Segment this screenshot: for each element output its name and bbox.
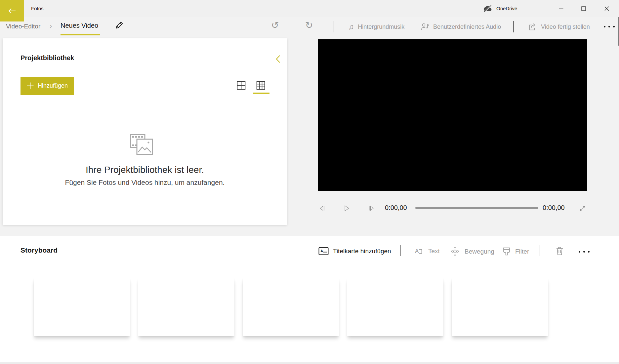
video-preview: [318, 39, 587, 191]
more-icon: [604, 26, 605, 27]
selected-view-underline: [253, 93, 269, 94]
finish-video-label: Video fertig stellen: [541, 23, 590, 30]
title-bar: Fotos OneDrive: [0, 0, 619, 17]
play-button[interactable]: [341, 202, 352, 214]
minimize-icon: [559, 6, 563, 11]
motion-label: Bewegung: [465, 248, 494, 255]
redo-icon: ↻: [305, 20, 313, 30]
maximize-icon: [581, 6, 586, 11]
expand-diagonal-icon: [579, 204, 587, 213]
delete-button[interactable]: [555, 246, 564, 256]
toolbar-divider: [513, 21, 514, 32]
view-small-grid-button[interactable]: [254, 79, 267, 92]
filter-label: Filter: [515, 248, 529, 255]
custom-audio-label: Benutzerdefiniertes Audio: [433, 23, 501, 30]
current-time: 0:00,00: [385, 204, 407, 212]
empty-library-title: Ihre Projektbibliothek ist leer.: [3, 165, 287, 175]
project-title[interactable]: Neues Video: [61, 22, 98, 29]
storyboard-divider: [540, 245, 540, 256]
undo-icon: ↺: [271, 20, 279, 30]
trash-icon: [555, 246, 564, 256]
custom-audio-button[interactable]: Benutzerdefiniertes Audio: [421, 20, 501, 33]
storyboard-section: Storyboard A Titelkarte hinzufügen A Tex…: [0, 236, 619, 364]
storyboard-card[interactable]: [34, 278, 130, 336]
storyboard-card[interactable]: [138, 278, 234, 336]
photos-video-editor-window: Fotos OneDrive: [0, 0, 619, 364]
library-title: Projektbibliothek: [21, 54, 74, 62]
next-frame-button[interactable]: [365, 202, 377, 214]
view-large-grid-button[interactable]: [234, 79, 248, 92]
add-title-card-button[interactable]: A Titelkarte hinzufügen: [318, 247, 391, 256]
more-icon: [579, 251, 580, 253]
toolbar-divider: [334, 21, 334, 32]
person-audio-icon: [421, 22, 429, 31]
back-button[interactable]: [0, 0, 24, 21]
add-title-card-label: Titelkarte hinzufügen: [333, 248, 391, 255]
filter-button[interactable]: Filter: [502, 247, 529, 256]
storyboard-card[interactable]: [243, 278, 339, 336]
more-options-button[interactable]: [602, 23, 617, 30]
title-card-icon: A: [318, 247, 329, 256]
motion-button[interactable]: Bewegung: [450, 247, 494, 256]
collapse-panel-button[interactable]: [272, 53, 284, 65]
text-label: Text: [428, 248, 440, 255]
pencil-icon: [114, 21, 124, 31]
filter-icon: [502, 247, 511, 256]
storyboard-cards: [34, 278, 548, 336]
rename-project-button[interactable]: [112, 20, 126, 31]
storyboard-card[interactable]: [347, 278, 443, 336]
cloud-offline-icon: [483, 5, 493, 13]
redo-button[interactable]: ↻: [303, 20, 315, 30]
project-title-underline: [61, 34, 100, 35]
onedrive-label: OneDrive: [496, 6, 517, 11]
add-media-button[interactable]: Hinzufügen: [21, 77, 74, 95]
text-button[interactable]: A Text: [415, 247, 440, 256]
app-title: Fotos: [31, 0, 44, 17]
grid-3x3-icon: [256, 81, 265, 90]
svg-text:A: A: [320, 249, 323, 253]
minimize-button[interactable]: [552, 0, 570, 17]
grid-2x2-icon: [237, 81, 246, 90]
export-share-icon: [528, 22, 537, 31]
previous-frame-button[interactable]: [316, 202, 328, 214]
undo-button[interactable]: ↺: [269, 20, 281, 30]
svg-text:A: A: [415, 248, 419, 254]
finish-video-button[interactable]: Video fertig stellen: [528, 20, 590, 33]
back-arrow-icon: [8, 8, 17, 14]
window-bottom-edge: [0, 362, 619, 364]
close-button[interactable]: [598, 0, 616, 17]
background-music-label: Hintergrundmusik: [358, 23, 404, 30]
next-frame-icon: [367, 203, 375, 213]
total-time: 0:00,00: [543, 204, 565, 212]
add-media-label: Hinzufügen: [38, 82, 68, 89]
storyboard-card[interactable]: [452, 278, 548, 336]
motion-icon: [450, 247, 460, 256]
empty-library-subtitle: Fügen Sie Fotos und Videos hinzu, um anz…: [3, 179, 287, 186]
onedrive-status[interactable]: OneDrive: [483, 0, 517, 17]
storyboard-more-button[interactable]: [577, 249, 592, 254]
previous-frame-icon: [318, 203, 326, 213]
background-music-button[interactable]: ♫ Hintergrundmusik: [348, 20, 404, 33]
chevron-left-icon: [275, 55, 281, 63]
close-icon: [604, 6, 609, 11]
fullscreen-button[interactable]: [577, 203, 589, 215]
plus-icon: [27, 82, 34, 89]
breadcrumb-video-editor[interactable]: Video-Editor: [6, 23, 40, 30]
storyboard-divider: [400, 245, 401, 256]
project-library-panel: Projektbibliothek Hinzufügen: [3, 38, 287, 225]
play-icon: [343, 203, 351, 213]
text-icon: A: [415, 247, 424, 256]
storyboard-title: Storyboard: [21, 246, 58, 254]
breadcrumb-chevron-icon: ›: [50, 22, 52, 30]
seek-slider[interactable]: [415, 207, 538, 209]
music-note-icon: ♫: [348, 23, 354, 31]
maximize-button[interactable]: [574, 0, 593, 17]
empty-library-icon: [130, 134, 153, 155]
